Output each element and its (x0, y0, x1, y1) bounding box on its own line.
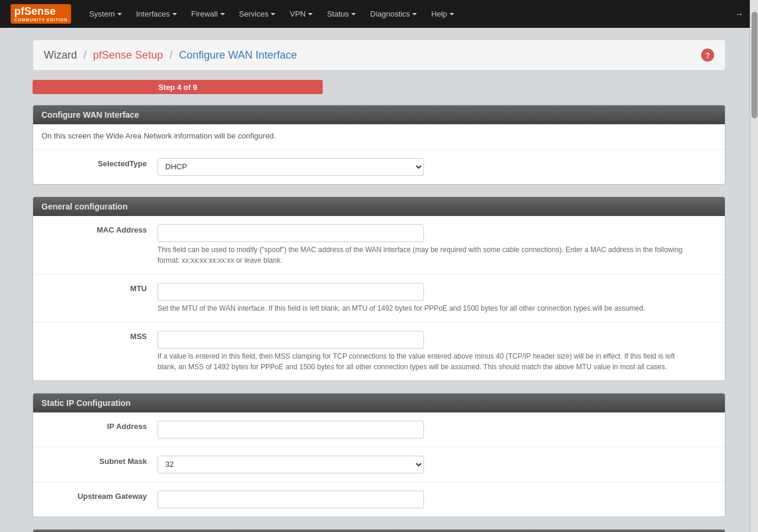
breadcrumb-pfsense-setup[interactable]: pfSense Setup (93, 49, 163, 61)
mtu-content: Set the MTU of the WAN interface. If thi… (158, 280, 725, 316)
nav-services[interactable]: Services (232, 0, 283, 28)
nav-status[interactable]: Status (320, 0, 363, 28)
logout-icon[interactable]: → (730, 7, 749, 22)
breadcrumb: Wizard / pfSense Setup / Configure WAN I… (44, 49, 297, 62)
selected-type-select[interactable]: DHCP Static PPPoE PPTP L2TP (158, 158, 424, 176)
configure-wan-header: Configure WAN Interface (33, 105, 725, 124)
mtu-input[interactable] (158, 283, 424, 301)
dhcp-client-header: DHCP client configuration (33, 530, 725, 533)
ip-address-content (158, 418, 725, 441)
breadcrumb-current: Configure WAN Interface (179, 49, 297, 61)
nav-items: System Interfaces Firewall Services VPN … (82, 0, 461, 28)
breadcrumb-bar: Wizard / pfSense Setup / Configure WAN I… (33, 40, 725, 70)
navbar: pfSense COMMUNITY EDITION System Interfa… (0, 0, 758, 28)
progress-text: Step 4 of 9 (33, 80, 323, 94)
mss-label: MSS (33, 328, 158, 341)
subnet-mask-content: 32 31 30 29 28 27 26 25 24 (158, 453, 725, 476)
mac-address-help: This field can be used to modify ("spoof… (158, 244, 690, 266)
ip-address-input[interactable] (158, 421, 424, 439)
subnet-mask-select[interactable]: 32 31 30 29 28 27 26 25 24 (158, 456, 424, 473)
nav-firewall[interactable]: Firewall (184, 0, 232, 28)
mac-address-label: MAC Address (33, 222, 158, 234)
upstream-gateway-label: Upstream Gateway (33, 488, 158, 501)
chevron-down-icon (117, 13, 122, 15)
subnet-mask-row: Subnet Mask 32 31 30 29 28 27 26 25 24 (33, 447, 725, 482)
logo-pf: pfSense (14, 6, 56, 18)
upstream-gateway-input[interactable] (158, 491, 424, 508)
mss-help: If a value is entered in this field, the… (158, 351, 690, 372)
chevron-down-icon (271, 13, 275, 15)
selected-type-content: DHCP Static PPPoE PPTP L2TP (158, 156, 725, 178)
configure-wan-description: On this screen the Wide Area Network inf… (33, 124, 725, 150)
mss-content: If a value is entered in this field, the… (158, 328, 725, 375)
logo-edition: COMMUNITY EDITION (14, 18, 68, 22)
mtu-row: MTU Set the MTU of the WAN interface. If… (33, 275, 725, 323)
mac-address-content: This field can be used to modify ("spoof… (158, 222, 725, 268)
chevron-down-icon (308, 13, 313, 15)
selected-type-label: SelectedType (33, 156, 158, 168)
configure-wan-panel: Configure WAN Interface On this screen t… (33, 105, 725, 185)
nav-vpn[interactable]: VPN (282, 0, 320, 28)
logo: pfSense COMMUNITY EDITION (11, 4, 71, 24)
subnet-mask-label: Subnet Mask (33, 453, 158, 466)
breadcrumb-sep1: / (83, 49, 86, 61)
navbar-brand: pfSense COMMUNITY EDITION (5, 0, 77, 28)
upstream-gateway-row: Upstream Gateway (33, 482, 725, 517)
selected-type-row: SelectedType DHCP Static PPPoE PPTP L2TP (33, 150, 725, 184)
upstream-gateway-content (158, 488, 725, 511)
scrollbar-thumb[interactable] (751, 12, 757, 118)
mtu-help: Set the MTU of the WAN interface. If thi… (158, 303, 690, 314)
ip-address-row: IP Address (33, 412, 725, 447)
chevron-down-icon (220, 13, 225, 15)
ip-address-label: IP Address (33, 418, 158, 431)
nav-interfaces[interactable]: Interfaces (129, 0, 184, 28)
mac-address-row: MAC Address This field can be used to mo… (33, 216, 725, 275)
progress-section: Step 4 of 9 (33, 80, 725, 94)
breadcrumb-wizard: Wizard (44, 49, 77, 61)
mac-address-input[interactable] (158, 224, 424, 242)
nav-help[interactable]: Help (424, 0, 461, 28)
breadcrumb-sep2: / (169, 49, 172, 61)
general-config-header: General configuration (33, 197, 725, 216)
general-config-panel: General configuration MAC Address This f… (33, 196, 725, 381)
help-icon[interactable]: ? (701, 49, 714, 62)
dhcp-client-panel: DHCP client configuration DHCP Hostname … (33, 529, 725, 533)
nav-diagnostics[interactable]: Diagnostics (363, 0, 424, 28)
nav-system[interactable]: System (82, 0, 129, 28)
mss-input[interactable] (158, 331, 424, 349)
chevron-down-icon (172, 13, 177, 15)
static-ip-header: Static IP Configuration (33, 394, 725, 412)
chevron-down-icon (351, 13, 356, 15)
mtu-label: MTU (33, 280, 158, 293)
static-ip-panel: Static IP Configuration IP Address Subne… (33, 393, 725, 517)
scrollbar[interactable] (750, 0, 758, 532)
mss-row: MSS If a value is entered in this field,… (33, 323, 725, 381)
progress-bar: Step 4 of 9 (33, 80, 323, 94)
chevron-down-icon (412, 13, 417, 15)
chevron-down-icon (449, 13, 454, 15)
main-content: Wizard / pfSense Setup / Configure WAN I… (15, 28, 743, 532)
